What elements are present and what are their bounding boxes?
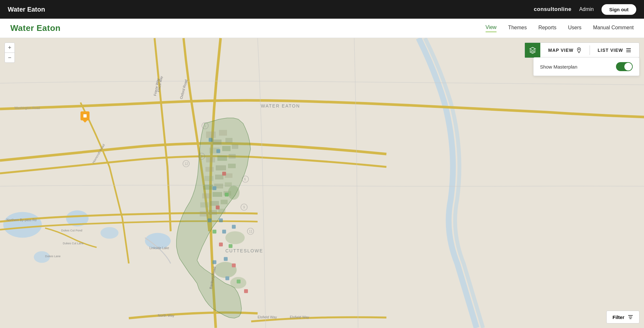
svg-rect-13 <box>232 145 238 149</box>
svg-text:3: 3 <box>201 155 203 158</box>
masterplan-dropdown: Show Masterplan <box>533 57 639 76</box>
toggle-track <box>616 62 633 71</box>
nav-link-view[interactable]: View <box>486 24 497 32</box>
svg-rect-52 <box>216 149 220 153</box>
svg-rect-89 <box>626 50 631 51</box>
top-bar-title: Water Eaton <box>8 6 45 13</box>
svg-text:Dukes Cut Lane: Dukes Cut Lane <box>63 242 84 245</box>
svg-rect-59 <box>213 230 216 234</box>
svg-rect-91 <box>628 315 633 316</box>
map-view-label: MAP VIEW <box>548 48 573 53</box>
svg-text:1: 1 <box>204 124 206 128</box>
filter-button[interactable]: Filter <box>606 311 639 323</box>
svg-text:9: 9 <box>243 206 245 209</box>
svg-rect-27 <box>213 192 222 197</box>
svg-rect-31 <box>221 200 228 204</box>
svg-text:6: 6 <box>244 178 246 181</box>
svg-rect-62 <box>219 243 223 247</box>
svg-rect-19 <box>228 164 236 168</box>
svg-rect-15 <box>217 156 227 161</box>
svg-text:Dukes Cut Pond: Dukes Cut Pond <box>61 229 82 232</box>
masterplan-label: Show Masterplan <box>540 64 577 70</box>
svg-text:Elsfield Way: Elsfield Way <box>290 315 309 319</box>
sign-out-button[interactable]: Sign out <box>601 4 636 15</box>
svg-rect-56 <box>216 206 220 210</box>
svg-rect-53 <box>222 172 226 176</box>
svg-rect-63 <box>229 244 232 248</box>
svg-text:Washington Road: Washington Road <box>14 106 40 110</box>
pin-icon <box>83 114 87 118</box>
svg-rect-21 <box>215 175 223 180</box>
layers-button[interactable] <box>525 43 540 58</box>
svg-point-5 <box>100 227 118 239</box>
zoom-controls: + − <box>5 42 15 63</box>
svg-text:Dukes Lane: Dukes Lane <box>45 255 61 258</box>
svg-rect-61 <box>232 225 236 229</box>
nav-link-manual-comment[interactable]: Manual Comment <box>593 25 634 32</box>
svg-text:WATER EATON: WATER EATON <box>261 103 300 108</box>
svg-rect-20 <box>204 176 213 181</box>
svg-point-36 <box>225 231 245 244</box>
map-view-toggle: MAP VIEW LIST VIEW <box>525 42 639 58</box>
svg-rect-57 <box>208 219 212 222</box>
list-view-button[interactable]: LIST VIEW <box>590 43 639 58</box>
nav-links: View Themes Reports Users Manual Comment <box>486 24 634 32</box>
svg-rect-9 <box>213 140 222 145</box>
svg-rect-18 <box>216 165 226 171</box>
svg-text:11: 11 <box>249 230 253 233</box>
svg-rect-69 <box>244 289 248 293</box>
svg-rect-7 <box>206 132 216 138</box>
svg-rect-60 <box>222 230 226 234</box>
list-view-label: LIST VIEW <box>598 48 623 53</box>
zoom-in-button[interactable]: + <box>5 43 14 52</box>
svg-rect-92 <box>629 317 632 317</box>
top-bar: Water Eaton consultonline Admin Sign out <box>0 0 644 19</box>
svg-rect-30 <box>210 201 219 206</box>
svg-rect-17 <box>205 167 214 172</box>
svg-rect-32 <box>200 211 207 217</box>
map-pin-icon <box>576 47 582 53</box>
nav-bar: Water Eaton View Themes Reports Users Ma… <box>0 19 644 38</box>
svg-point-87 <box>578 49 580 50</box>
top-bar-right: consultonline Admin Sign out <box>534 4 636 15</box>
nav-logo: Water Eaton <box>10 23 61 33</box>
svg-rect-65 <box>213 260 216 264</box>
svg-rect-12 <box>222 146 231 151</box>
svg-rect-14 <box>206 157 215 163</box>
svg-rect-66 <box>232 264 236 267</box>
brand-logo: consultonline <box>534 6 572 13</box>
nav-link-themes[interactable]: Themes <box>508 25 527 32</box>
list-icon <box>626 47 631 53</box>
filter-label: Filter <box>612 314 624 320</box>
map-view-button[interactable]: MAP VIEW <box>540 43 590 58</box>
svg-rect-51 <box>209 138 213 142</box>
zoom-out-button[interactable]: − <box>5 53 14 62</box>
svg-rect-10 <box>225 138 232 143</box>
svg-text:Linkside Lake: Linkside Lake <box>149 246 169 250</box>
map-background[interactable]: 1 3 12 6 9 11 <box>0 38 644 328</box>
svg-text:North Way: North Way <box>158 314 175 317</box>
masterplan-toggle[interactable] <box>616 62 633 71</box>
svg-rect-88 <box>626 48 631 49</box>
svg-rect-68 <box>237 280 241 284</box>
filter-icon <box>628 314 633 320</box>
svg-rect-8 <box>219 130 227 136</box>
svg-rect-33 <box>209 210 217 215</box>
map-container: 1 3 12 6 9 11 <box>0 38 644 328</box>
svg-text:CUTTESLOWE: CUTTESLOWE <box>225 248 263 253</box>
svg-rect-90 <box>626 52 631 52</box>
svg-rect-23 <box>204 185 213 190</box>
map-info-pin[interactable] <box>80 111 90 120</box>
svg-text:Northern By-pass Rd: Northern By-pass Rd <box>6 218 36 222</box>
admin-label: Admin <box>579 6 594 12</box>
toggle-thumb <box>624 63 632 70</box>
svg-text:Elsfield Way: Elsfield Way <box>258 315 277 319</box>
map-svg: 1 3 12 6 9 11 <box>0 38 644 328</box>
svg-text:12: 12 <box>185 162 188 166</box>
svg-point-35 <box>228 186 240 200</box>
svg-rect-55 <box>225 193 229 197</box>
svg-rect-54 <box>213 186 216 190</box>
nav-link-users[interactable]: Users <box>568 25 582 32</box>
nav-link-reports[interactable]: Reports <box>538 25 556 32</box>
layers-icon <box>529 47 536 54</box>
